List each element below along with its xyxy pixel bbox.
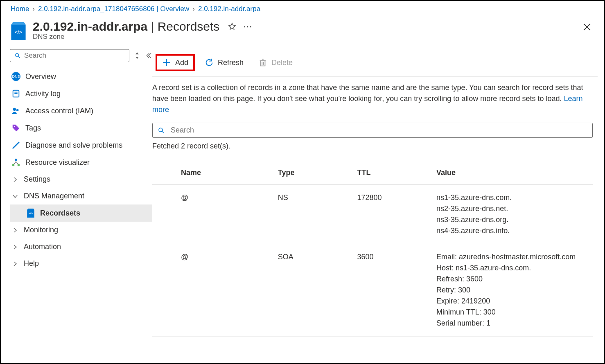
chevron-down-icon	[11, 193, 19, 200]
chevron-right-icon: ›	[192, 5, 195, 13]
dns-zone-icon: </>	[26, 209, 35, 218]
sidebar-item-monitoring[interactable]: Monitoring	[10, 222, 152, 238]
sidebar-item-label: Resource visualizer	[25, 158, 90, 167]
col-header-type[interactable]: Type	[274, 161, 353, 185]
sidebar-item-label: DNS Management	[24, 192, 84, 200]
sidebar-search[interactable]	[10, 49, 129, 62]
breadcrumb: Home › 2.0.192.in-addr.arpa_171804765680…	[1, 1, 604, 16]
sidebar-item-overview[interactable]: DNS Overview	[10, 68, 152, 85]
cell-type: NS	[274, 185, 353, 244]
sidebar-search-input[interactable]	[24, 52, 125, 60]
sidebar-item-label: Recordsets	[40, 209, 80, 218]
button-label: Refresh	[218, 58, 244, 67]
delete-button: Delete	[253, 56, 298, 70]
svg-point-22	[159, 128, 163, 132]
table-row[interactable]: @SOA3600Email: azuredns-hostmaster.micro…	[152, 244, 593, 337]
breadcrumb-overview[interactable]: 2.0.192.in-addr.arpa_1718047656806 | Ove…	[38, 5, 189, 13]
sidebar-item-activity-log[interactable]: Activity log	[10, 85, 152, 102]
row-select-cell[interactable]	[152, 244, 177, 337]
svg-point-9	[16, 109, 18, 111]
cell-name: @	[177, 244, 274, 337]
svg-rect-17	[261, 61, 265, 66]
main-content: Add Refresh Delete A record set is a col…	[152, 49, 604, 364]
sidebar-item-label: Help	[24, 259, 39, 268]
resource-type-label: DNS zone	[33, 33, 252, 41]
button-label: Delete	[271, 58, 293, 67]
cell-value: Email: azuredns-hostmaster.microsoft.com…	[432, 244, 593, 337]
sidebar-item-visualizer[interactable]: Resource visualizer	[10, 154, 152, 171]
description-text: A record set is a collection of records …	[152, 82, 598, 115]
toolbar: Add Refresh Delete	[152, 49, 598, 76]
sidebar-item-label: Automation	[24, 243, 61, 251]
cell-name: @	[177, 185, 274, 244]
svg-point-3	[16, 54, 19, 57]
sidebar-item-dns-management[interactable]: DNS Management	[10, 188, 152, 204]
breadcrumb-home[interactable]: Home	[11, 5, 29, 13]
sidebar-item-label: Diagnose and solve problems	[25, 141, 122, 150]
svg-point-8	[13, 108, 16, 111]
globe-icon: DNS	[11, 72, 20, 81]
recordset-search[interactable]	[152, 123, 593, 138]
chevron-right-icon: ›	[32, 5, 35, 13]
add-button[interactable]: Add	[156, 54, 195, 71]
sidebar-item-automation[interactable]: Automation	[10, 238, 152, 255]
people-icon	[11, 106, 20, 115]
sidebar: DNS Overview Activity log Access control…	[1, 49, 152, 364]
col-header-name[interactable]: Name	[177, 161, 274, 185]
svg-point-11	[15, 159, 17, 161]
recordset-search-input[interactable]	[171, 126, 587, 135]
tools-icon	[11, 141, 20, 150]
cell-value: ns1-35.azure-dns.com. ns2-35.azure-dns.n…	[432, 185, 593, 244]
sidebar-item-label: Monitoring	[24, 226, 58, 234]
row-select-cell[interactable]	[152, 185, 177, 244]
svg-text:</>: </>	[15, 29, 22, 35]
sidebar-item-help[interactable]: Help	[10, 255, 152, 272]
chevron-right-icon	[11, 176, 19, 183]
star-icon[interactable]	[228, 22, 237, 31]
tag-icon	[11, 124, 20, 133]
svg-line-4	[18, 56, 20, 58]
sidebar-item-tags[interactable]: Tags	[10, 119, 152, 137]
chevron-right-icon	[11, 227, 19, 234]
fetched-count: Fetched 2 record set(s).	[152, 142, 598, 151]
refresh-icon	[205, 58, 214, 67]
col-header-ttl[interactable]: TTL	[353, 161, 432, 185]
sidebar-item-label: Overview	[25, 72, 56, 81]
refresh-button[interactable]: Refresh	[200, 56, 248, 70]
hierarchy-icon	[11, 158, 20, 167]
breadcrumb-zone[interactable]: 2.0.192.in-addr.arpa	[198, 5, 260, 13]
search-icon	[158, 127, 165, 134]
chevron-right-icon	[11, 260, 19, 267]
sidebar-item-recordsets[interactable]: </> Recordsets	[10, 204, 152, 222]
sidebar-item-label: Settings	[24, 175, 50, 184]
dns-zone-icon: </>	[11, 22, 26, 40]
page-title: 2.0.192.in-addr.arpa | Recordsets	[33, 20, 219, 34]
cell-ttl: 3600	[353, 244, 432, 337]
sort-icon[interactable]	[134, 52, 140, 59]
cell-ttl: 172800	[353, 185, 432, 244]
sidebar-item-label: Tags	[25, 124, 41, 133]
svg-point-10	[14, 126, 15, 127]
log-icon	[11, 89, 20, 98]
button-label: Add	[175, 58, 188, 67]
sidebar-item-iam[interactable]: Access control (IAM)	[10, 102, 152, 119]
page-header: </> 2.0.192.in-addr.arpa | Recordsets ⋯ …	[1, 16, 604, 49]
table-row[interactable]: @NS172800ns1-35.azure-dns.com. ns2-35.az…	[152, 185, 593, 244]
cell-type: SOA	[274, 244, 353, 337]
recordset-table: Name Type TTL Value @NS172800ns1-35.azur…	[152, 161, 593, 337]
search-icon	[14, 52, 21, 59]
sidebar-item-label: Activity log	[25, 90, 61, 98]
chevron-right-icon	[11, 243, 19, 251]
trash-icon	[258, 58, 267, 67]
collapse-icon[interactable]	[145, 52, 152, 59]
more-icon[interactable]: ⋯	[243, 21, 252, 32]
col-header-value[interactable]: Value	[432, 161, 593, 185]
sidebar-item-settings[interactable]: Settings	[10, 171, 152, 188]
sidebar-item-label: Access control (IAM)	[25, 107, 93, 115]
sidebar-item-diagnose[interactable]: Diagnose and solve problems	[10, 137, 152, 154]
svg-line-23	[162, 131, 164, 133]
svg-text:</>: </>	[29, 212, 33, 215]
plus-icon	[162, 58, 171, 67]
close-icon[interactable]	[582, 22, 592, 32]
